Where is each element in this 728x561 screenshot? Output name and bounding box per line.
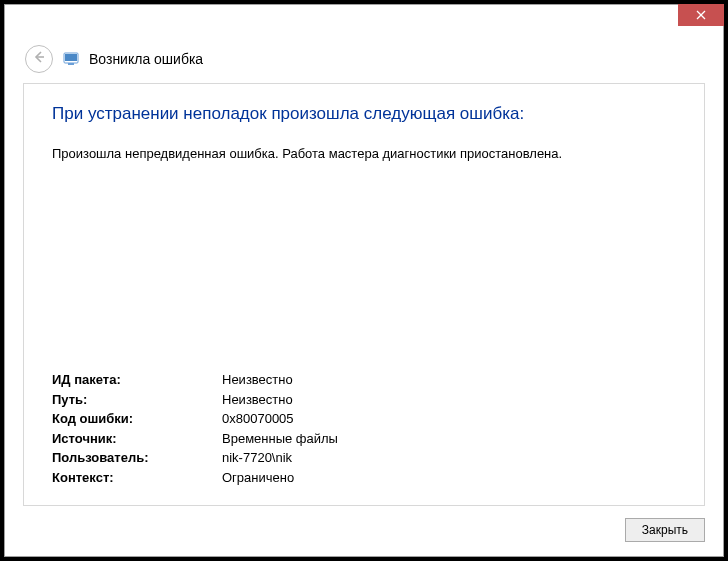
svg-rect-5 [68, 63, 74, 65]
header-row: Возникла ошибка [5, 37, 723, 83]
details-value: Ограничено [222, 468, 676, 488]
details-row: Контекст: Ограничено [52, 468, 676, 488]
page-title: Возникла ошибка [89, 51, 203, 67]
details-row: Код ошибки: 0x80070005 [52, 409, 676, 429]
details-value: Неизвестно [222, 370, 676, 390]
close-dialog-button[interactable]: Закрыть [625, 518, 705, 542]
details-table: ИД пакета: Неизвестно Путь: Неизвестно К… [52, 370, 676, 487]
error-heading: При устранении неполадок произошла следу… [52, 104, 676, 124]
details-label: ИД пакета: [52, 370, 222, 390]
content-panel: При устранении неполадок произошла следу… [23, 83, 705, 506]
back-button[interactable] [25, 45, 53, 73]
details-row: Путь: Неизвестно [52, 390, 676, 410]
details-value: 0x80070005 [222, 409, 676, 429]
footer: Закрыть [5, 518, 723, 556]
close-icon [696, 6, 706, 24]
titlebar [5, 5, 723, 37]
details-row: Источник: Временные файлы [52, 429, 676, 449]
arrow-left-icon [32, 50, 46, 68]
details-label: Код ошибки: [52, 409, 222, 429]
svg-rect-4 [65, 54, 77, 61]
details-row: Пользователь: nik-7720\nik [52, 448, 676, 468]
details-value: Неизвестно [222, 390, 676, 410]
details-value: Временные файлы [222, 429, 676, 449]
troubleshooter-window: Возникла ошибка При устранении неполадок… [4, 4, 724, 557]
details-label: Пользователь: [52, 448, 222, 468]
details-value: nik-7720\nik [222, 448, 676, 468]
error-message: Произошла непредвиденная ошибка. Работа … [52, 146, 676, 161]
close-button[interactable] [678, 4, 724, 26]
details-label: Путь: [52, 390, 222, 410]
troubleshooter-icon [63, 51, 79, 67]
details-label: Контекст: [52, 468, 222, 488]
details-row: ИД пакета: Неизвестно [52, 370, 676, 390]
details-label: Источник: [52, 429, 222, 449]
